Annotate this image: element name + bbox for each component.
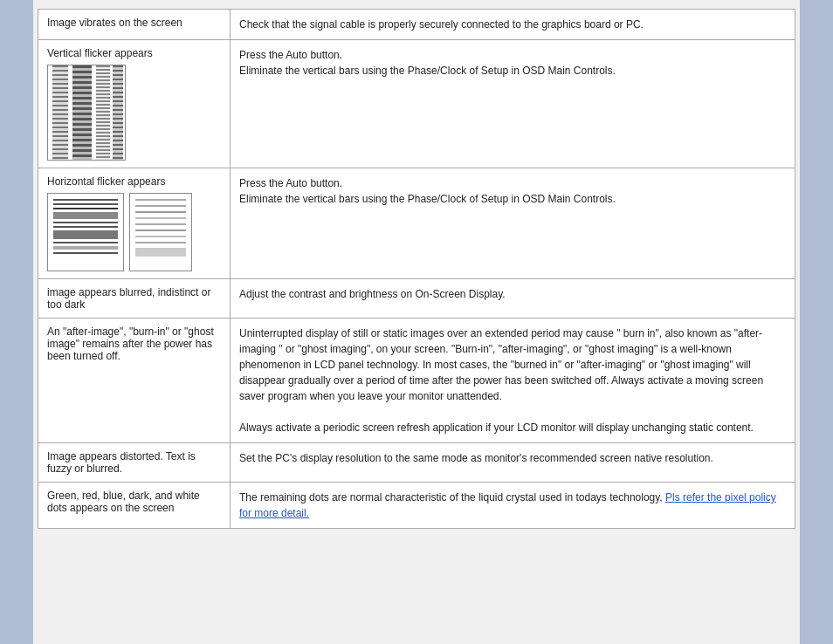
solution-text: Uninterrupted display of still or static…: [239, 325, 786, 435]
solution-line-1: Press the Auto button.: [239, 49, 342, 61]
page-wrapper: Image vibrates on the screen Check that …: [0, 0, 833, 644]
table-row: image appears blurred, indistinct or too…: [38, 279, 795, 319]
problem-cell: An "after-image", "burn-in" or "ghost im…: [38, 319, 231, 443]
table-row: Image vibrates on the screen Check that …: [38, 10, 795, 40]
solution-cell: Press the Auto button. Eliminate the ver…: [231, 168, 795, 279]
problem-cell: Image vibrates on the screen: [38, 10, 231, 40]
solution-cell: Check that the signal cable is properly …: [231, 10, 795, 40]
problem-text: image appears blurred, indistinct or too…: [47, 286, 210, 311]
horiz-flicker-image-1: [47, 193, 124, 271]
solution-line-2: Eliminate the vertical bars using the Ph…: [239, 65, 616, 77]
right-bar: [800, 0, 833, 644]
table-row: Vertical flicker appears Press the Auto …: [38, 40, 795, 168]
horizontal-flicker-images: [47, 193, 221, 271]
table-row: Image appears distorted. Text is fuzzy o…: [38, 443, 795, 483]
solution-cell: Set the PC's display resolution to the s…: [231, 443, 795, 483]
solution-text: Press the Auto button. Eliminate the ver…: [239, 175, 786, 207]
main-content: Image vibrates on the screen Check that …: [33, 0, 800, 644]
solution-text: Check that the signal cable is properly …: [239, 18, 644, 31]
solution-cell: Press the Auto button. Eliminate the ver…: [231, 40, 795, 168]
solution-para-1: Uninterrupted display of still or static…: [239, 327, 763, 402]
solution-text: Press the Auto button. Eliminate the ver…: [239, 47, 786, 79]
solution-line-1: Press the Auto button.: [239, 177, 342, 189]
troubleshooting-table: Image vibrates on the screen Check that …: [38, 9, 795, 529]
solution-text: The remaining dots are normal characteri…: [239, 490, 786, 521]
solution-prefix: The remaining dots are normal characteri…: [239, 491, 665, 504]
horiz-flicker-image-2: [129, 193, 192, 271]
problem-text: Image appears distorted. Text is fuzzy o…: [47, 450, 196, 475]
problem-text: Image vibrates on the screen: [47, 17, 182, 29]
problem-cell: Green, red, blue, dark, and white dots a…: [38, 483, 231, 529]
solution-cell: Uninterrupted display of still or static…: [231, 319, 795, 443]
problem-cell: image appears blurred, indistinct or too…: [38, 279, 231, 319]
solution-line-2: Eliminate the vertical bars using the Ph…: [239, 193, 616, 205]
problem-text: Green, red, blue, dark, and white dots a…: [47, 490, 200, 514]
table-row: Horizontal flicker appears: [38, 168, 795, 279]
problem-text: An "after-image", "burn-in" or "ghost im…: [47, 325, 214, 362]
table-row: An "after-image", "burn-in" or "ghost im…: [38, 319, 795, 443]
solution-para-2: Always activate a periodic screen refres…: [239, 421, 754, 434]
solution-cell: Adjust the contrast and brightness on On…: [231, 279, 795, 319]
solution-text: Adjust the contrast and brightness on On…: [239, 288, 506, 300]
problem-cell: Horizontal flicker appears: [38, 168, 231, 279]
problem-cell: Vertical flicker appears: [38, 40, 231, 168]
solution-cell: The remaining dots are normal characteri…: [231, 483, 795, 529]
problem-cell: Image appears distorted. Text is fuzzy o…: [38, 443, 231, 483]
left-bar: [0, 0, 33, 644]
problem-text: Vertical flicker appears: [47, 47, 153, 59]
solution-text: Set the PC's display resolution to the s…: [239, 452, 713, 464]
problem-text: Horizontal flicker appears: [47, 175, 165, 188]
table-row: Green, red, blue, dark, and white dots a…: [38, 483, 795, 529]
vertical-flicker-image: [47, 65, 126, 161]
